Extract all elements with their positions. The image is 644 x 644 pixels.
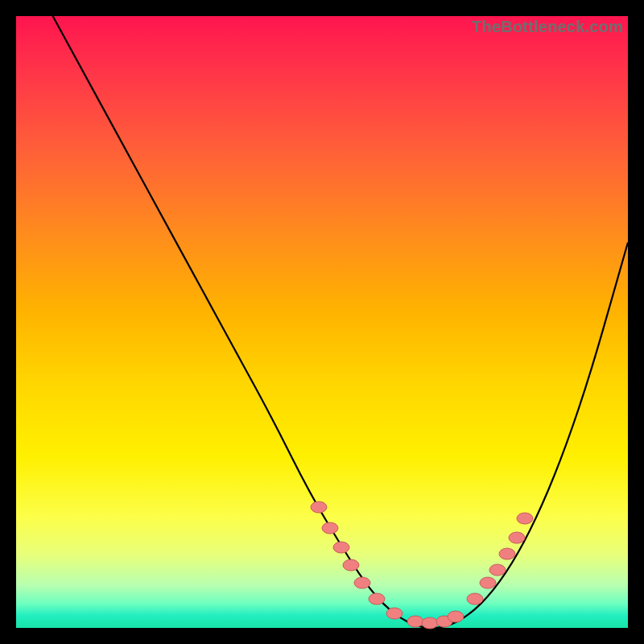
data-marker [517, 513, 533, 524]
data-marker [386, 608, 402, 619]
data-marker [480, 577, 496, 588]
chart-frame: TheBottleneck.com [16, 16, 628, 628]
data-marker [499, 548, 515, 559]
data-marker [407, 616, 423, 627]
data-marker [489, 564, 506, 576]
chart-svg [16, 16, 628, 628]
data-marker [322, 522, 338, 534]
data-marker [467, 593, 483, 605]
bottleneck-curve [53, 16, 628, 628]
data-marker [448, 611, 464, 622]
data-marker [369, 593, 385, 605]
data-marker [509, 532, 525, 543]
data-marker [354, 577, 370, 588]
data-marker [422, 617, 438, 629]
data-marker [343, 559, 359, 571]
data-marker [333, 542, 349, 553]
marker-group [311, 502, 533, 629]
data-marker [311, 502, 327, 513]
